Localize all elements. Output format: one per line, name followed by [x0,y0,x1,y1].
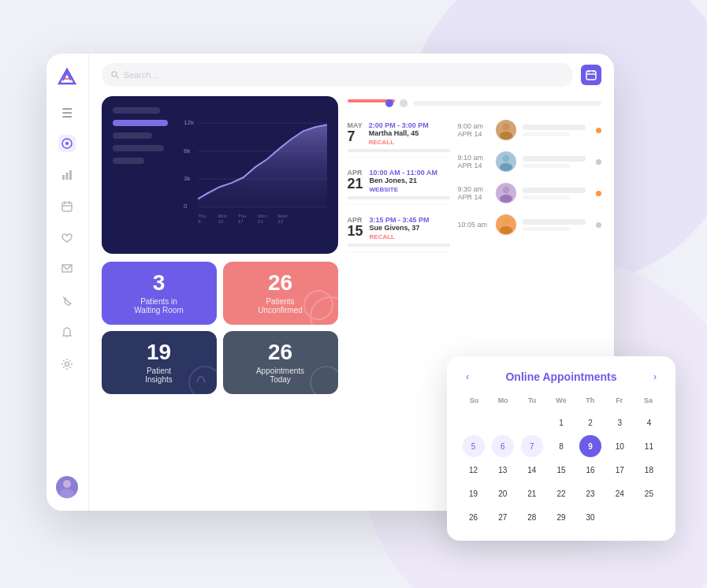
svg-point-42 [311,367,338,394]
calendar-day-3-2[interactable]: 21 [521,482,543,504]
calendar-day-1-6[interactable]: 11 [638,435,660,457]
stat-number-insights: 19 [147,341,171,363]
sidebar-item-dashboard[interactable] [58,135,76,152]
sidebar-item-calls[interactable] [58,292,76,310]
svg-point-39 [311,297,338,325]
appointment-item-1[interactable]: MAY 7 2:00 PM - 3:00 PM Martha Hall, 45 … [348,117,450,158]
calendar-next-button[interactable]: › [647,369,663,385]
calendar-header: ‹ Online Appointments › [460,369,663,385]
timeline-item-2[interactable]: 9:10 am APR 14 [458,148,601,175]
svg-point-43 [502,124,509,131]
calendar-day-2-6[interactable]: 18 [638,459,660,481]
appt-time-2: 10:00 AM - 11:00 AM [370,169,450,177]
calendar-day-2-1[interactable]: 13 [492,459,514,481]
calendar-day-3-6[interactable]: 25 [638,482,660,504]
svg-text:Wed: Wed [277,214,287,218]
search-bar[interactable]: Search... [102,63,573,87]
timeline-time-1: 9:00 am [458,122,489,130]
calendar-day-0-2 [521,411,543,434]
calendar-day-2-0[interactable]: 12 [463,459,485,481]
calendar-days: 1234567891011121314151617181920212223242… [460,411,663,528]
weekday-tu: Tu [518,394,547,407]
stat-insights[interactable]: 19 PatientInsights [102,331,217,394]
appt-time-3: 3:15 PM - 3:45 PM [370,216,450,224]
timeline-item-3[interactable]: 9:30 am APR 14 [458,180,601,207]
tab-dot-active[interactable] [385,99,393,107]
svg-text:0: 0 [184,203,188,210]
stat-unconfirmed[interactable]: 26 PatientsUnconfirmed [223,262,338,325]
svg-rect-6 [69,170,72,180]
calendar-day-3-5[interactable]: 24 [608,482,631,504]
appt-day-3: 15 [348,224,363,238]
sidebar-item-messages[interactable] [58,261,76,278]
appt-type-2: WEBSITE [370,186,450,193]
tab-dot-inactive[interactable] [400,99,407,107]
calendar-button[interactable] [581,65,601,85]
timeline-avatar-3 [496,183,516,203]
calendar-day-4-5 [608,506,631,528]
calendar-day-1-2[interactable]: 7 [521,435,543,457]
calendar-day-3-4[interactable]: 23 [579,482,601,504]
calendar-icon [586,69,597,80]
timeline-sub-2: APR 14 [458,162,489,169]
calendar-day-0-3[interactable]: 1 [550,411,572,434]
calendar-day-1-0[interactable]: 5 [463,435,485,457]
calendar-day-2-5[interactable]: 17 [608,459,631,481]
timeline-info-4 [523,219,590,231]
calendar-day-4-3[interactable]: 29 [550,506,572,528]
tab-row [348,96,601,110]
calendar-day-1-3[interactable]: 8 [550,435,572,457]
timeline-name-bar-3 [523,188,586,193]
appointment-item-2[interactable]: APR 21 10:00 AM - 11:00 AM Ben Jones, 21… [348,164,450,205]
calendar-prev-button[interactable]: ‹ [460,369,475,385]
svg-text:12k: 12k [184,119,195,126]
timeline-item-4[interactable]: 10:05 am [458,211,601,238]
calendar-day-0-4[interactable]: 2 [579,411,601,434]
stat-label-insights: PatientInsights [145,367,172,384]
user-avatar[interactable] [56,476,78,498]
calendar-day-2-3[interactable]: 15 [550,459,572,481]
app-logo[interactable] [56,66,78,88]
sidebar-item-calendar[interactable] [58,198,76,215]
calendar-day-2-2[interactable]: 14 [521,459,543,481]
calendar-day-4-0[interactable]: 26 [463,506,485,528]
top-bar: Search... [89,54,614,96]
appt-name-1: Martha Hall, 45 [369,129,450,137]
calendar-day-4-1[interactable]: 27 [492,506,514,528]
stat-appointments-today[interactable]: 26 AppointmentsToday [223,331,338,394]
svg-point-47 [502,187,509,194]
timeline-name-bar-4 [523,219,586,225]
svg-point-48 [500,195,512,203]
sidebar-menu-icon[interactable]: ☰ [61,106,73,121]
calendar-day-3-0[interactable]: 19 [463,482,485,504]
stat-number-waiting: 3 [153,272,166,294]
sidebar-item-notifications[interactable] [58,324,76,341]
svg-point-13 [63,480,71,488]
sidebar-item-charts[interactable] [58,166,76,184]
legend-bar-2 [113,120,168,126]
calendar-day-2-4[interactable]: 16 [579,459,601,481]
calendar-day-0-1 [492,411,514,434]
calendar-day-3-1[interactable]: 20 [492,482,514,504]
calendar-day-0-6[interactable]: 4 [638,411,660,434]
timeline-name-bar-2 [523,156,586,162]
sidebar-item-favorites[interactable] [58,229,76,247]
calendar-day-1-5[interactable]: 10 [608,435,631,457]
appointment-item-3[interactable]: APR 15 3:15 PM - 3:45 PM Sue Givens, 37 … [348,211,450,252]
svg-text:8: 8 [198,219,201,224]
calendar-day-4-2[interactable]: 28 [521,506,543,528]
timeline-dot-4 [596,222,601,228]
appt-name-2: Ben Jones, 21 [370,177,450,184]
stat-waiting-room[interactable]: 3 Patients inWaiting Room [102,262,217,325]
timeline-item-1[interactable]: 9:00 am APR 14 [458,117,601,143]
sidebar-item-settings[interactable] [58,355,76,373]
calendar-day-1-4[interactable]: 9 [579,435,601,457]
svg-point-14 [60,489,74,498]
search-icon [111,71,119,79]
calendar-day-4-4[interactable]: 30 [579,506,601,528]
calendar-day-0-5[interactable]: 3 [608,411,631,434]
calendar-day-3-3[interactable]: 22 [550,482,572,504]
svg-point-46 [500,163,512,171]
svg-point-41 [189,367,217,394]
calendar-day-1-1[interactable]: 6 [492,435,514,457]
